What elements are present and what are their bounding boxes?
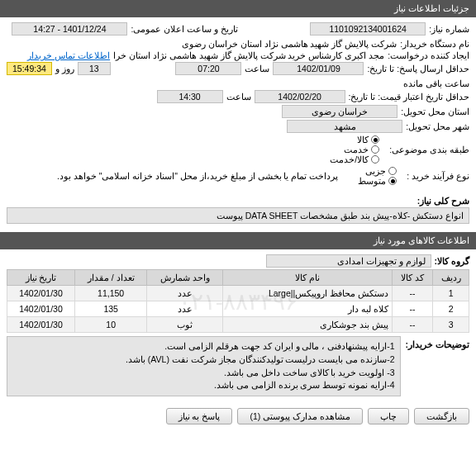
table-header: واحد شمارش — [147, 270, 223, 286]
process-option-0[interactable]: جزیی — [358, 166, 397, 176]
table-header: تاریخ نیاز — [7, 270, 75, 286]
print-button[interactable]: چاپ — [368, 408, 409, 424]
hour-label-1: ساعت — [245, 64, 269, 74]
need-title-value: انواع دستکش -کلاه-پیش بند طبق مشخصات DAT… — [7, 207, 469, 224]
table-header: نام کالا — [223, 270, 393, 286]
price-validity-label: حداقل تاریخ اعتبار قیمت: تا تاریخ: — [349, 92, 469, 102]
time-remaining-value: 15:49:34 — [7, 62, 52, 75]
days-remaining-value: 13 — [78, 62, 111, 75]
contact-info-link[interactable]: اطلاعات تماس خریدار — [27, 50, 110, 60]
radio-icon — [388, 177, 397, 185]
table-cell: ثوب — [147, 317, 223, 333]
table-cell: 1402/01/30 — [7, 317, 75, 333]
back-button[interactable]: بازگشت — [414, 408, 469, 424]
table-row[interactable]: 1--دستکش محافظ اروپیکس||Largeعدد11,15014… — [7, 286, 469, 301]
announce-datetime-value: 1401/12/24 - 14:27 — [12, 22, 127, 36]
delivery-city-value: مشهد — [287, 120, 402, 133]
process-option-1[interactable]: متوسط — [358, 176, 397, 186]
section-header-need-items: اطلاعات کالاهای مورد نیاز — [0, 232, 476, 249]
buyer-org-value: شرکت پالایش گاز شهید هاشمی نژاد استان خر… — [182, 39, 397, 49]
subject-option-0[interactable]: کالا — [330, 135, 379, 145]
table-header: کد کالا — [393, 270, 433, 286]
section-header-need-details: جزئیات اطلاعات نیاز — [0, 0, 476, 17]
table-cell: 1402/01/30 — [7, 301, 75, 317]
need-number-value: 1101092134001624 — [310, 22, 426, 36]
respond-button[interactable]: پاسخ به نیاز — [166, 408, 233, 424]
table-header: تعداد / مقدار — [74, 270, 146, 286]
table-cell: -- — [393, 301, 433, 317]
delivery-province-label: استان محل تحویل: — [401, 107, 469, 116]
need-title-label: شرح کلی نیاز: — [417, 196, 469, 206]
deadline-time-value: 07:20 — [175, 62, 241, 75]
table-cell: دستکش محافظ اروپیکس||Large — [223, 286, 393, 301]
radio-icon — [371, 135, 379, 144]
radio-label: جزیی — [365, 166, 386, 176]
table-cell: 10 — [74, 317, 146, 333]
table-cell: 11,150 — [74, 286, 146, 301]
hour-label-2: ساعت — [226, 92, 251, 102]
items-table-container: ردیفکد کالانام کالاواحد شمارشتعداد / مقد… — [7, 269, 469, 333]
items-table: ردیفکد کالانام کالاواحد شمارشتعداد / مقد… — [7, 269, 469, 333]
table-cell: پیش بند جوشکاری — [223, 317, 393, 333]
radio-icon — [388, 167, 397, 175]
radio-label: کالا — [357, 135, 369, 145]
attachments-button[interactable]: مشاهده مدارک پیوستی (1) — [237, 408, 363, 424]
delivery-province-value: خراسان رضوی — [282, 105, 397, 118]
goods-group-value: لوازم و تجهیزات امدادی — [266, 254, 431, 268]
subject-option-2[interactable]: کالا/خدمت — [330, 154, 379, 164]
table-cell: 135 — [74, 301, 146, 317]
announce-datetime-label: تاریخ و ساعت اعلان عمومی: — [131, 24, 238, 34]
radio-label: خدمت — [344, 145, 369, 154]
table-cell: 2 — [433, 301, 469, 317]
table-row[interactable]: 2--کلاه لبه دارعدد1351402/01/30 — [7, 301, 469, 317]
table-cell: عدد — [147, 286, 223, 301]
form-area: شماره نیاز: 1101092134001624 تاریخ و ساع… — [0, 17, 476, 232]
subject-category-label: طبقه بندی موضوعی: — [389, 145, 469, 154]
table-cell: -- — [393, 317, 433, 333]
radio-icon — [371, 155, 379, 164]
deadline-label: حداقل ارسال پاسخ: تا تاریخ: — [367, 64, 469, 74]
buyer-notes-label: توضیحات خریدار: — [406, 336, 469, 349]
footer-buttons: بازگشت چاپ مشاهده مدارک پیوستی (1) پاسخ … — [0, 403, 476, 429]
purchase-process-label: نوع فرآیند خرید : — [407, 171, 469, 181]
request-creator-label: ایجاد کننده درخواست: — [388, 50, 469, 60]
table-header: ردیف — [433, 270, 469, 286]
remaining-label: ساعت باقی مانده — [403, 78, 469, 88]
radio-icon — [371, 145, 379, 154]
day-and-label: روز و — [55, 64, 74, 74]
price-validity-time-value: 14:30 — [157, 90, 223, 103]
deadline-date-value: 1402/01/09 — [273, 62, 364, 75]
process-note: پرداخت تمام یا بخشی از مبلغ خرید،از محل … — [57, 171, 338, 181]
request-creator-value: مجد اکبری کارشناس خرید شرکت پالایش گاز ش… — [113, 50, 384, 60]
table-cell: 1 — [433, 286, 469, 301]
price-validity-date-value: 1402/02/20 — [255, 90, 345, 103]
buyer-notes-content: 1-ارایه پیشنهادفنی ، مالی و ایران کد جهت… — [7, 336, 401, 396]
table-cell: 1402/01/30 — [7, 286, 75, 301]
goods-group-label: گروه کالا: — [435, 256, 469, 266]
table-cell: عدد — [147, 301, 223, 317]
delivery-city-label: شهر محل تحویل: — [406, 121, 469, 131]
table-cell: 3 — [433, 317, 469, 333]
buyer-org-label: نام دستگاه خریدار: — [400, 39, 469, 49]
table-cell: -- — [393, 286, 433, 301]
subject-option-1[interactable]: خدمت — [330, 145, 379, 154]
need-number-label: شماره نیاز: — [429, 24, 469, 34]
radio-label: کالا/خدمت — [330, 154, 369, 164]
table-cell: کلاه لبه دار — [223, 301, 393, 317]
radio-label: متوسط — [358, 176, 386, 186]
table-row[interactable]: 3--پیش بند جوشکاریثوب101402/01/30 — [7, 317, 469, 333]
